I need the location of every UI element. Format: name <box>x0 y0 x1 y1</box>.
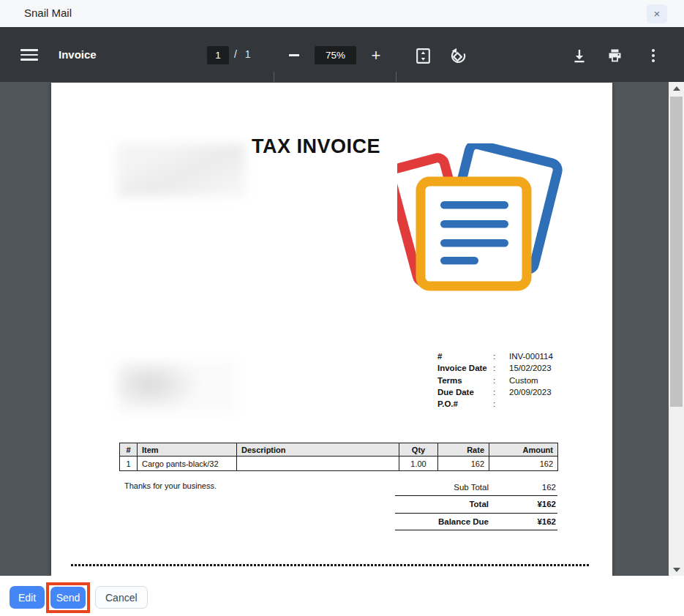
meta-value: INV-000114 <box>509 352 595 361</box>
meta-label: Invoice Date <box>437 364 493 372</box>
fit-page-icon <box>414 47 432 65</box>
modal-title: Snail Mail <box>24 7 72 19</box>
subtotal-row: Sub Total 162 <box>395 479 557 496</box>
close-button[interactable]: × <box>647 4 667 23</box>
rotate-ccw-icon <box>448 46 467 65</box>
print-icon <box>606 47 624 64</box>
scroll-down-button[interactable] <box>669 563 684 576</box>
triangle-down-icon <box>673 568 680 572</box>
document-title: Invoice <box>59 48 97 61</box>
subtotal-value: 162 <box>505 483 557 492</box>
subtotal-label: Sub Total <box>395 483 505 492</box>
cell-desc <box>237 457 399 471</box>
print-button[interactable] <box>605 47 625 64</box>
meta-value: 20/09/2023 <box>509 388 595 397</box>
col-header-qty: Qty <box>399 443 438 457</box>
col-header-desc: Description <box>237 443 399 457</box>
totals-section: Sub Total 162 Total ¥162 Balance Due ¥16… <box>395 479 557 530</box>
minus-icon <box>289 54 299 56</box>
col-header-item: Item <box>138 443 237 457</box>
table-row: 1 Cargo pants-black/32 1.00 162 162 <box>120 457 558 471</box>
pdf-viewer: TAX INVOICE # <box>0 82 684 576</box>
meta-row: # : INV-000114 <box>437 350 595 362</box>
scrollbar-thumb[interactable] <box>670 97 683 407</box>
page-number-input[interactable]: 1 <box>207 46 229 64</box>
hamburger-icon <box>20 49 38 51</box>
col-header-rate: Rate <box>438 443 489 457</box>
cell-amount: 162 <box>489 457 558 471</box>
cell-num: 1 <box>120 457 138 471</box>
logo-yellow-page <box>421 181 527 286</box>
total-row: Total ¥162 <box>395 496 557 513</box>
meta-label: Due Date <box>437 388 493 397</box>
balance-due-label: Balance Due <box>395 517 505 526</box>
kebab-menu-icon <box>644 46 662 65</box>
meta-row: P.O.# : <box>437 398 595 410</box>
balance-due-value: ¥162 <box>505 517 557 526</box>
bill-to-redacted <box>117 361 236 413</box>
page-dotted-divider <box>71 564 590 566</box>
plus-icon: + <box>372 46 381 65</box>
modal-header: Snail Mail × <box>0 0 684 27</box>
table-header-row: # Item Description Qty Rate Amount <box>120 443 558 457</box>
total-label: Total <box>395 500 505 508</box>
invoice-logo <box>397 143 563 293</box>
download-button[interactable] <box>570 47 589 64</box>
close-icon: × <box>654 7 661 20</box>
line-items-table: # Item Description Qty Rate Amount 1 Car… <box>119 443 558 471</box>
page-count: / 1 <box>234 48 251 60</box>
fit-to-page-button[interactable] <box>413 46 433 65</box>
scrollbar-track[interactable] <box>669 82 684 576</box>
col-header-amount: Amount <box>489 443 558 457</box>
total-value: ¥162 <box>505 500 557 508</box>
meta-label: # <box>437 352 493 361</box>
cell-rate: 162 <box>438 457 489 471</box>
invoice-heading: TAX INVOICE <box>252 135 380 158</box>
zoom-out-button[interactable] <box>285 46 303 64</box>
edit-button[interactable]: Edit <box>10 586 45 609</box>
more-options-button[interactable] <box>644 46 662 65</box>
thanks-note: Thanks for your business. <box>124 481 217 490</box>
download-icon <box>571 47 588 64</box>
meta-row: Invoice Date : 15/02/2023 <box>437 362 595 374</box>
cancel-button[interactable]: Cancel <box>95 586 148 609</box>
scroll-up-button[interactable] <box>669 82 684 94</box>
modal-footer: Edit Send Cancel <box>0 576 684 616</box>
meta-value: 15/02/2023 <box>509 364 595 372</box>
meta-row: Due Date : 20/09/2023 <box>437 386 595 398</box>
col-header-num: # <box>120 443 138 457</box>
invoice-meta: # : INV-000114 Invoice Date : 15/02/2023… <box>437 350 595 410</box>
meta-row: Terms : Custom <box>437 375 595 386</box>
meta-label: P.O.# <box>437 399 493 408</box>
triangle-up-icon <box>673 86 680 91</box>
snail-mail-modal: Snail Mail × Invoice 1 / 1 75% + <box>0 0 684 616</box>
zoom-level: 75% <box>315 46 356 64</box>
zoom-in-button[interactable]: + <box>367 46 386 64</box>
cell-qty: 1.00 <box>399 457 438 471</box>
send-highlight-box: Send <box>46 582 90 613</box>
meta-value: Custom <box>509 376 595 385</box>
rotate-button[interactable] <box>448 46 468 65</box>
cell-item: Cargo pants-black/32 <box>138 457 237 471</box>
pdf-page: TAX INVOICE # <box>51 83 612 576</box>
send-button[interactable]: Send <box>50 587 86 609</box>
pdf-toolbar: Invoice 1 / 1 75% + <box>0 27 684 82</box>
menu-button[interactable] <box>19 46 40 64</box>
balance-due-row: Balance Due ¥162 <box>395 514 557 530</box>
company-info-redacted <box>117 143 245 197</box>
meta-label: Terms <box>437 376 493 385</box>
